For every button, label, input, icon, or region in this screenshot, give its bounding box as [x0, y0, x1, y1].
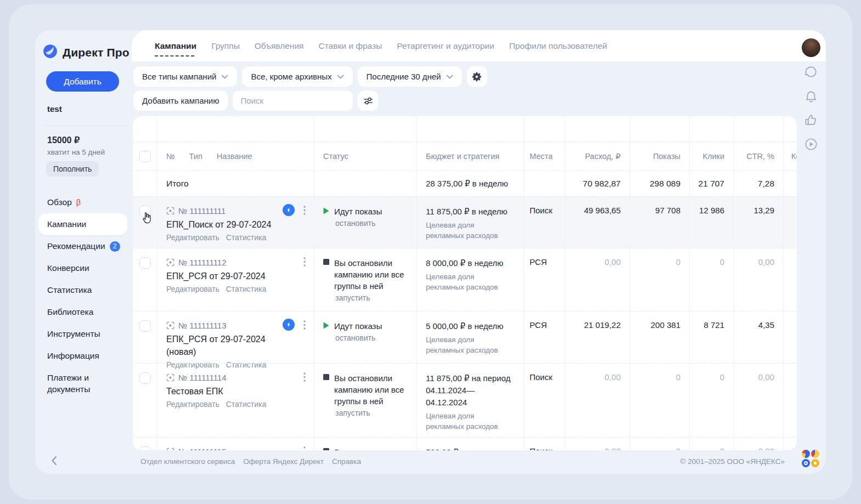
status-stopped-icon — [323, 448, 329, 450]
edit-link[interactable]: Редактировать — [166, 400, 220, 409]
totals-ctr: 7,28 — [734, 171, 784, 196]
row-menu-button[interactable] — [300, 445, 309, 450]
col-clicks[interactable]: Клики — [690, 142, 734, 171]
budget-strategy: Целевая доля рекламных расходов — [426, 335, 514, 355]
col-budget[interactable]: Бюджет и стратегия — [417, 142, 524, 171]
top-nav-band: Кампании Группы Объявления Ставки и фраз… — [132, 30, 826, 61]
status-action-link[interactable]: запустить — [335, 293, 417, 302]
campaign-name[interactable]: ЕПК_Поиск от 29-07-2024 — [166, 218, 314, 231]
feedback-button[interactable] — [804, 113, 818, 127]
col-name[interactable]: Название — [217, 152, 252, 161]
col-impressions[interactable]: Показы — [630, 142, 690, 171]
social-icon-1[interactable] — [802, 450, 810, 458]
sidebar-item-payments[interactable]: Платежи и документы — [35, 367, 132, 401]
row-checkbox[interactable] — [139, 372, 151, 384]
tab-retargeting[interactable]: Ретаргетинг и аудитории — [397, 38, 494, 54]
sidebar-item-library[interactable]: Библиотека — [35, 301, 132, 323]
period-filter[interactable]: Последние 30 дней — [358, 66, 462, 87]
campaign-type-icon — [166, 321, 175, 330]
row-menu-button[interactable] — [300, 256, 309, 268]
col-conversions[interactable]: Конверсии — [784, 142, 797, 171]
tab-campaigns[interactable]: Кампании — [155, 38, 196, 54]
social-icon-3[interactable] — [802, 459, 810, 467]
places-value: Поиск — [524, 438, 565, 450]
sidebar-item-tools[interactable]: Инструменты — [35, 323, 132, 345]
col-places[interactable]: Места — [524, 142, 565, 171]
campaign-number[interactable]: № 111111114 — [178, 373, 227, 382]
stats-link[interactable]: Статистика — [226, 285, 267, 293]
archive-filter[interactable]: Все, кроме архивных — [242, 66, 352, 87]
col-number[interactable]: № — [166, 152, 175, 161]
footer-link-support[interactable]: Отдел клиентского сервиса — [140, 457, 235, 466]
tab-groups[interactable]: Группы — [211, 38, 240, 54]
footer-link-offer[interactable]: Оферта Яндекс Директ — [243, 457, 324, 466]
impressions-value: 0 — [630, 248, 690, 311]
edit-link[interactable]: Редактировать — [166, 285, 220, 293]
add-button[interactable]: Добавить — [46, 71, 119, 92]
table-settings-button[interactable] — [467, 66, 487, 87]
campaign-name[interactable]: ЕПК_РСЯ от 29-07-2024 — [166, 270, 314, 282]
kebab-icon — [303, 372, 306, 382]
video-help-button[interactable] — [804, 137, 818, 151]
tab-bids-phrases[interactable]: Ставки и фразы — [318, 38, 382, 54]
select-all-checkbox[interactable] — [139, 151, 151, 162]
places-value: Поиск — [524, 197, 565, 248]
impressions-value: 97 708 — [630, 197, 690, 248]
clicks-value: 0 — [690, 248, 734, 311]
sidebar-collapse-button[interactable] — [47, 454, 60, 467]
social-icon-4[interactable] — [811, 459, 819, 467]
stats-link[interactable]: Статистика — [226, 233, 267, 242]
sidebar-item-conversions[interactable]: Конверсии — [35, 257, 132, 279]
campaign-name[interactable]: Тестовая ЕПК — [166, 385, 314, 398]
tab-ads[interactable]: Объявления — [255, 38, 304, 54]
row-checkbox[interactable] — [139, 446, 151, 450]
add-campaign-button[interactable]: Добавить кампанию — [133, 90, 228, 111]
row-menu-button[interactable] — [300, 371, 309, 383]
chat-button[interactable] — [804, 65, 818, 79]
sidebar-item-overview[interactable]: Обзор β — [35, 191, 132, 213]
notifications-button[interactable] — [804, 89, 818, 103]
status-text: Идут показы — [334, 206, 417, 217]
stats-link[interactable]: Статистика — [226, 400, 267, 409]
places-value: РСЯ — [524, 248, 565, 311]
spend-value: 49 963,65 — [565, 197, 630, 248]
balance-note: хватит на 5 дней — [47, 148, 105, 156]
campaign-type-filter[interactable]: Все типы кампаний — [133, 66, 237, 87]
social-icon-2[interactable] — [811, 450, 819, 458]
kebab-icon — [303, 206, 306, 215]
sidebar-item-campaigns[interactable]: Кампании — [38, 213, 127, 235]
avatar[interactable] — [802, 38, 820, 57]
status-text: Вы остановили кампанию или все группы в … — [334, 257, 417, 292]
totals-row: Итого 28 375,00 ₽ в неделю 70 982,87 298… — [133, 171, 797, 196]
campaigns-table: № Тип Название Статус Бюджет и стратегия… — [133, 116, 797, 450]
sidebar-item-statistics[interactable]: Статистика — [35, 279, 132, 301]
sidebar-item-information[interactable]: Информация — [35, 345, 132, 367]
campaign-number[interactable]: № 111111111 — [178, 206, 226, 216]
sidebar-item-recommendations[interactable]: Рекомендации 2 — [35, 235, 132, 257]
topup-button[interactable]: Пополнить — [46, 161, 99, 177]
status-action-link[interactable]: запустить — [335, 409, 417, 417]
col-status[interactable]: Статус — [314, 142, 417, 171]
campaign-number[interactable]: № 111111112 — [178, 258, 227, 267]
col-ctr[interactable]: CTR, % — [734, 142, 784, 171]
advanced-filters-button[interactable] — [358, 90, 378, 111]
col-type[interactable]: Тип — [189, 152, 202, 161]
campaign-name[interactable]: ЕПК_РСЯ от 29-07-2024 (новая) — [166, 333, 314, 358]
edit-link[interactable]: Редактировать — [166, 233, 220, 242]
status-action-link[interactable]: остановить — [335, 333, 417, 342]
row-menu-button[interactable] — [300, 319, 309, 331]
tab-user-profiles[interactable]: Профили пользователей — [509, 38, 607, 54]
status-action-link[interactable]: остановить — [335, 219, 417, 228]
campaign-number[interactable]: № 111111113 — [178, 321, 227, 330]
totals-impressions: 298 089 — [630, 171, 690, 196]
row-checkbox[interactable] — [139, 320, 151, 332]
col-spend[interactable]: Расход, ₽ — [565, 142, 630, 171]
row-checkbox[interactable] — [139, 257, 151, 269]
search-input[interactable] — [233, 90, 353, 111]
row-checkbox[interactable] — [139, 206, 151, 217]
row-menu-button[interactable] — [300, 204, 309, 216]
campaign-number[interactable]: № 111111115 — [178, 447, 227, 451]
logo[interactable]: Директ Про — [43, 44, 130, 61]
table-row: № 111111113 ЕПК_РСЯ от 29-07-2024 (новая… — [133, 311, 797, 363]
footer-link-help[interactable]: Справка — [332, 457, 361, 466]
